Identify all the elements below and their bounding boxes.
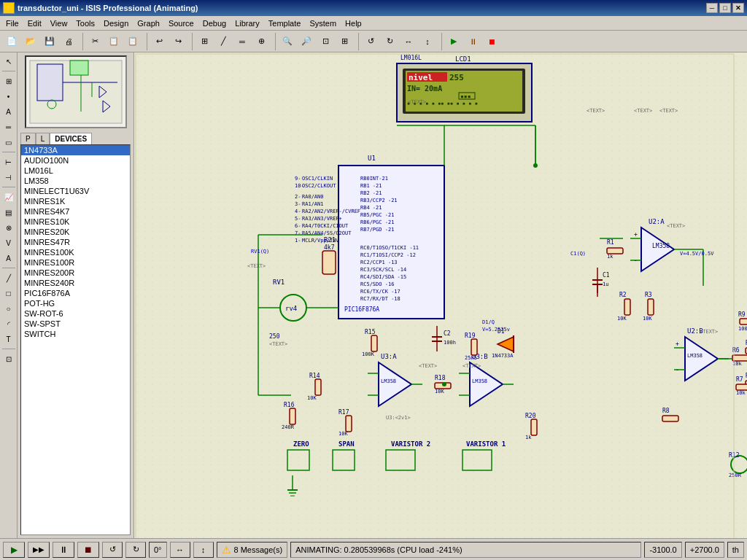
flip-h-button[interactable]: ↔	[400, 33, 417, 50]
device-pin-tool[interactable]: ⊣	[1, 170, 16, 184]
tab-l[interactable]: L	[36, 133, 50, 144]
bus-button[interactable]: ═	[233, 33, 251, 50]
device-MINRES47R[interactable]: MINRES47R	[21, 237, 130, 247]
pause-button[interactable]: ⏸	[464, 33, 481, 50]
device-MINRES4K7[interactable]: MINRES4K7	[21, 206, 130, 217]
select-tool[interactable]: ↖	[1, 54, 16, 69]
mirror-h-button[interactable]: ↔	[170, 542, 190, 558]
box-tool[interactable]: □	[1, 286, 16, 300]
menu-edit[interactable]: Edit	[23, 18, 46, 29]
line-tool[interactable]: ╱	[1, 271, 16, 285]
component-tool[interactable]: ⊞	[1, 74, 16, 88]
flip-v-button[interactable]: ↕	[419, 33, 436, 50]
device-MINRES1K[interactable]: MINRES1K	[21, 196, 130, 206]
rotate-ccw-button[interactable]: ↺	[102, 542, 123, 558]
device-1N4733A[interactable]: 1N4733A	[21, 145, 130, 155]
maximize-button[interactable]: □	[719, 3, 731, 13]
svg-text:C2: C2	[444, 330, 451, 337]
sim-step-button[interactable]: ▶▶	[28, 542, 50, 558]
tape-tool[interactable]: ▤	[1, 205, 16, 219]
wire-label-tool[interactable]: A	[1, 104, 16, 119]
terminal-tool[interactable]: ⊢	[1, 155, 16, 169]
device-LM016L[interactable]: LM016L	[21, 166, 130, 176]
tab-p[interactable]: P	[20, 133, 36, 144]
circle-tool[interactable]: ○	[1, 301, 16, 316]
animating-status: ANIMATING: 0.280539968s (CPU load -241%)	[290, 542, 641, 558]
rotate-right-button[interactable]: ↻	[381, 33, 398, 50]
menu-tools[interactable]: Tools	[71, 18, 99, 29]
zoom-in-button[interactable]: 🔍	[279, 33, 296, 50]
sim-pause-button[interactable]: ⏸	[53, 542, 74, 558]
voltage-probe-tool[interactable]: V	[1, 236, 16, 250]
copy-button[interactable]: 📋	[105, 33, 123, 50]
device-MINRES10K[interactable]: MINRES10K	[21, 217, 130, 227]
mirror-v-button[interactable]: ↕	[193, 542, 214, 558]
minimize-button[interactable]: ─	[706, 3, 718, 13]
text-tool[interactable]: T	[1, 332, 16, 346]
open-button[interactable]: 📂	[22, 33, 39, 50]
device-MINRES20K[interactable]: MINRES20K	[21, 227, 130, 237]
menu-view[interactable]: View	[46, 18, 72, 29]
svg-text:nivel: nivel	[409, 73, 433, 82]
menu-graph[interactable]: Graph	[133, 18, 164, 29]
sim-play-button[interactable]: ▶	[3, 542, 25, 558]
arc-tool[interactable]: ◜	[1, 316, 16, 331]
menu-source[interactable]: Source	[164, 18, 198, 29]
zoom-out-button[interactable]: 🔎	[298, 33, 315, 50]
save-button[interactable]: 💾	[41, 33, 58, 50]
snap-tool[interactable]: ⊡	[1, 351, 16, 366]
subcircuit-tool[interactable]: ▭	[1, 135, 16, 149]
device-MINRES100R[interactable]: MINRES100R	[21, 257, 130, 268]
schematic-canvas[interactable]: LCD1 LM016L nivel 255 IN= 20mA ▪▪▪ ▪ ▪ ▪…	[134, 52, 747, 538]
wire-button[interactable]: ╱	[214, 33, 232, 50]
undo-button[interactable]: ↩	[150, 33, 168, 50]
menu-design[interactable]: Design	[99, 18, 133, 29]
svg-text:1-: 1-	[295, 238, 301, 244]
junction-button[interactable]: ⊕	[252, 33, 270, 50]
rotate-cw-button[interactable]: ↻	[125, 542, 146, 558]
tab-devices[interactable]: DEVICES	[50, 133, 92, 144]
device-SW-SPST[interactable]: SW-SPST	[21, 319, 130, 329]
rotate-left-button[interactable]: ↺	[362, 33, 379, 50]
device-SW-ROT-6[interactable]: SW-ROT-6	[21, 308, 130, 319]
play-button[interactable]: ▶	[445, 33, 462, 50]
device-MINRES240R[interactable]: MINRES240R	[21, 278, 130, 288]
component-button[interactable]: ⊞	[196, 33, 213, 50]
paste-button[interactable]: 📋	[124, 33, 142, 50]
canvas-area[interactable]: LCD1 LM016L nivel 255 IN= 20mA ▪▪▪ ▪ ▪ ▪…	[134, 52, 747, 538]
coord-y: +2700.0	[685, 542, 724, 558]
menu-system[interactable]: System	[305, 18, 341, 29]
menu-file[interactable]: File	[1, 18, 23, 29]
device-list[interactable]: 1N4733A AUDIO100N LM016L LM358 MINELECT1…	[20, 144, 131, 535]
graph-tool[interactable]: 📈	[1, 190, 16, 204]
new-button[interactable]: 📄	[3, 33, 20, 50]
svg-text:LM358: LM358	[652, 243, 670, 249]
close-button[interactable]: ✕	[732, 3, 744, 13]
device-MINELECT1U63V[interactable]: MINELECT1U63V	[21, 186, 130, 196]
device-SWITCH[interactable]: SWITCH	[21, 329, 130, 339]
svg-text:250: 250	[269, 333, 280, 340]
device-MINRES200R[interactable]: MINRES200R	[21, 268, 130, 278]
zoom-all-button[interactable]: ⊡	[317, 33, 334, 50]
junction-tool[interactable]: •	[1, 89, 16, 104]
device-POT-HG[interactable]: POT-HG	[21, 298, 130, 308]
bus-tool[interactable]: ═	[1, 120, 16, 134]
device-MINRES100K[interactable]: MINRES100K	[21, 247, 130, 257]
device-PIC16F876A[interactable]: PIC16F876A	[21, 288, 130, 298]
zoom-area-button[interactable]: ⊞	[336, 33, 353, 50]
menu-help[interactable]: Help	[341, 18, 366, 29]
print-button[interactable]: 🖨	[60, 33, 77, 50]
cut-button[interactable]: ✂	[86, 33, 104, 50]
menu-library[interactable]: Library	[231, 18, 264, 29]
stop-button[interactable]: ⏹	[483, 33, 500, 50]
menu-template[interactable]: Template	[264, 18, 306, 29]
device-AUDIO100N[interactable]: AUDIO100N	[21, 155, 130, 166]
svg-text:<TEXT>: <TEXT>	[462, 363, 481, 369]
svg-text:<TEXT>: <TEXT>	[700, 329, 718, 335]
generator-tool[interactable]: ⊗	[1, 220, 16, 235]
current-probe-tool[interactable]: A	[1, 251, 16, 265]
menu-debug[interactable]: Debug	[198, 18, 231, 29]
sim-stop-button[interactable]: ⏹	[77, 542, 99, 558]
redo-button[interactable]: ↪	[169, 33, 187, 50]
device-LM358[interactable]: LM358	[21, 176, 130, 186]
